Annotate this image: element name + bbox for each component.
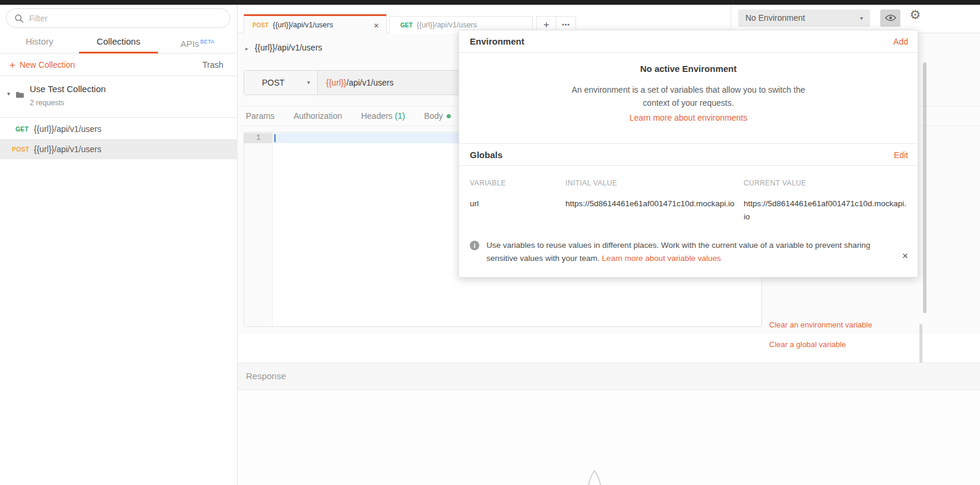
snippet-clear-environment-variable[interactable]: Clear an environment variable xyxy=(769,320,872,329)
sidebar: History Collections APIsBETA +New Collec… xyxy=(0,5,238,485)
tab-title: {{url}}/api/v1/users xyxy=(417,21,477,29)
search-icon xyxy=(14,14,24,24)
tab-history[interactable]: History xyxy=(0,31,79,53)
column-header-variable: VARIABLE xyxy=(470,179,506,187)
response-section-header: Response xyxy=(238,363,980,390)
response-empty-state xyxy=(238,390,980,485)
edit-globals-link[interactable]: Edit xyxy=(894,144,908,166)
snippet-clear-global-variable[interactable]: Clear a global variable xyxy=(769,340,846,349)
panel-title: Environment xyxy=(470,30,524,53)
table-row-variable-name: url xyxy=(470,197,479,210)
chevron-down-icon: ▾ xyxy=(307,71,310,95)
close-icon[interactable]: × xyxy=(902,250,908,262)
no-active-environment: No active Environment An environment is … xyxy=(459,64,918,123)
environment-panel-header: Environment Add xyxy=(459,30,918,53)
text-cursor xyxy=(274,134,276,142)
eye-icon xyxy=(885,14,896,22)
column-header-initial-value: INITIAL VALUE xyxy=(565,179,742,187)
tab-method-badge: GET xyxy=(400,22,413,29)
environment-selector[interactable]: No Environment ▾ xyxy=(738,10,870,27)
environment-quick-look-button[interactable] xyxy=(880,10,900,27)
vertical-scrollbar[interactable] xyxy=(923,62,927,313)
trash-button[interactable]: Trash xyxy=(203,53,223,76)
line-number: 1 xyxy=(244,133,273,143)
search-input[interactable] xyxy=(29,10,225,27)
method-badge-post: POST xyxy=(12,139,29,159)
new-collection-button[interactable]: +New Collection xyxy=(10,53,75,76)
request-list-item-post[interactable]: POST {{url}}/api/v1/users xyxy=(0,139,238,159)
close-tab-icon[interactable]: × xyxy=(374,20,386,30)
tab-body[interactable]: Body xyxy=(424,106,451,125)
response-label: Response xyxy=(246,363,286,389)
gear-icon[interactable]: ⚙ xyxy=(906,8,924,27)
rocket-illustration xyxy=(535,466,677,485)
postman-app: History Collections APIsBETA +New Collec… xyxy=(0,0,980,485)
add-environment-link[interactable]: Add xyxy=(893,30,908,53)
body-modified-dot xyxy=(447,114,451,118)
tab-params[interactable]: Params xyxy=(246,106,274,125)
tab-collections[interactable]: Collections xyxy=(79,31,158,53)
request-tab-post[interactable]: POST {{url}}/api/v1/users × xyxy=(244,14,387,34)
collection-item[interactable]: ▾ Use Test Collection 2 requests xyxy=(0,76,238,118)
beta-badge: BETA xyxy=(200,39,214,45)
chevron-down-icon[interactable]: ▾ xyxy=(7,90,10,97)
variables-info-note: Use variables to reuse values in differe… xyxy=(486,239,902,265)
sidebar-actions: +New Collection Trash xyxy=(0,53,238,76)
header-divider xyxy=(731,5,731,33)
empty-state-text: An environment is a set of variables tha… xyxy=(459,83,918,96)
sidebar-tabs: History Collections APIsBETA xyxy=(0,31,238,53)
chevron-right-icon: ▸ xyxy=(245,45,248,52)
tab-apis[interactable]: APIsBETA xyxy=(158,31,237,53)
empty-state-text: context of your requests. xyxy=(459,96,918,109)
table-row-current-value: https://5d8614461e61af001471c10d.mockapi… xyxy=(744,197,908,223)
breadcrumb[interactable]: ▸ {{url}}/api/v1/users xyxy=(245,43,323,52)
editor-gutter xyxy=(244,133,273,326)
method-dropdown[interactable]: POST ▾ xyxy=(244,71,318,95)
collection-name: Use Test Collection xyxy=(30,84,106,94)
method-badge-get: GET xyxy=(15,119,29,139)
empty-state-title: No active Environment xyxy=(459,64,918,74)
plus-icon: + xyxy=(10,59,15,71)
environment-quick-look-panel: Environment Add No active Environment An… xyxy=(459,30,918,278)
collection-meta: 2 requests xyxy=(30,99,64,107)
filter-search[interactable] xyxy=(6,8,230,28)
tab-headers[interactable]: Headers (1) xyxy=(361,106,405,125)
request-list-item-get[interactable]: GET {{url}}/api/v1/users xyxy=(0,119,238,139)
info-icon: i xyxy=(470,241,479,250)
globals-section-header: Globals Edit xyxy=(459,143,918,166)
tab-authorization[interactable]: Authorization xyxy=(293,106,342,125)
learn-more-variable-values-link[interactable]: Learn more about variable values xyxy=(602,254,720,263)
tab-method-badge: POST xyxy=(252,22,268,29)
learn-more-environments-link[interactable]: Learn more about environments xyxy=(630,113,747,122)
tab-title: {{url}}/api/v1/users xyxy=(273,21,333,29)
folder-icon xyxy=(15,91,24,99)
chevron-down-icon: ▾ xyxy=(860,10,863,27)
main-header: POST {{url}}/api/v1/users × GET {{url}}/… xyxy=(238,5,980,33)
window-top-bar xyxy=(0,0,980,5)
globals-title: Globals xyxy=(470,144,502,166)
column-header-current-value: CURRENT VALUE xyxy=(744,179,908,187)
table-row-initial-value: https://5d8614461e61af001471c10d.mockapi… xyxy=(565,197,742,210)
headers-count: (1) xyxy=(395,111,405,121)
